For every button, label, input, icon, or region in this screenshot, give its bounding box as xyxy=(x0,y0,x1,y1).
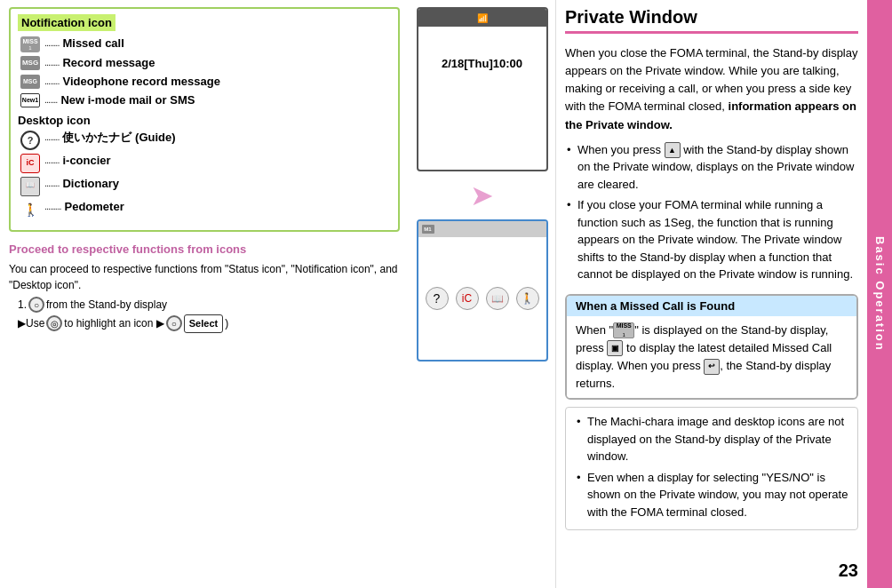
middle-panel: 📶 2/18[Thu]10:00 ➤ M1 ? iC 📖 🚶 xyxy=(409,0,555,588)
dictionary-icon-small: 📖 xyxy=(486,287,509,310)
step-2: ▶Use ◎ to highlight an icon ▶ ○ Select ) xyxy=(18,314,400,333)
press-icon-2: ▣ xyxy=(607,340,623,356)
phone-screen-private: M1 ? iC 📖 🚶 xyxy=(417,219,548,362)
step1-text: from the Stand-by display xyxy=(46,297,167,313)
note-bullet-1: The Machi-chara image and desktop icons … xyxy=(575,413,848,465)
press-icon-1: ▲ xyxy=(665,142,681,158)
nav-icon: ◎ xyxy=(46,315,62,331)
phone-screen-body: 2/18[Thu]10:00 xyxy=(418,27,546,170)
notification-box: Notification icon MISS 1 ........ Missed… xyxy=(9,7,400,232)
iconcier-icon: iC xyxy=(18,154,43,173)
missed-call-body: When "MISS1" is displayed on the Stand-b… xyxy=(567,316,856,399)
right-wrapper: Private Window When you close the FOMA t… xyxy=(555,0,892,588)
videophone-icon: MSG xyxy=(18,75,43,89)
notification-label-1: Missed call xyxy=(62,36,123,52)
list-item: 🚶 ......... Pedometer xyxy=(18,200,391,219)
record-message-icon: MSG xyxy=(18,56,43,70)
desktop-heading: Desktop icon xyxy=(18,114,391,127)
standby-button-icon: ○ xyxy=(28,297,44,313)
proceed-section: Proceed to respective functions from ico… xyxy=(9,241,400,333)
page-number: 23 xyxy=(565,560,858,581)
iconcier-icon-small: iC xyxy=(456,287,479,310)
desktop-icon-list: ? ........ 使いかたナビ (Guide) iC ........ i-… xyxy=(18,131,391,219)
phone-screen-status-bar: 📶 xyxy=(418,9,546,27)
pedometer-icon-small: 🚶 xyxy=(516,287,539,310)
desktop-label-2: i-concier xyxy=(62,154,110,169)
left-panel: Notification icon MISS 1 ........ Missed… xyxy=(0,0,409,588)
desktop-label-1: 使いかたナビ (Guide) xyxy=(62,131,175,146)
missed-call-icon: MISS 1 xyxy=(18,36,43,52)
proceed-steps: 1. ○ from the Stand-by display ▶Use ◎ to… xyxy=(9,297,400,333)
phone-screen-private-status: M1 xyxy=(418,221,546,237)
notification-label-4: New i-mode mail or SMS xyxy=(60,93,195,108)
list-item: MISS 1 ........ Missed call xyxy=(18,36,391,52)
list-item: New1 ....... New i-mode mail or SMS xyxy=(18,93,391,108)
notification-icon-list: MISS 1 ........ Missed call MSG ........… xyxy=(18,36,391,108)
step-1: 1. ○ from the Stand-by display xyxy=(18,297,400,313)
list-item: MSG ........ Videophone record message xyxy=(18,75,391,90)
notification-heading: Notification icon xyxy=(18,14,115,31)
select-button[interactable]: Select xyxy=(184,314,223,333)
bullet-2: If you close your FOMA terminal while ru… xyxy=(565,196,858,283)
proceed-text: You can proceed to respective functions … xyxy=(9,261,400,293)
missed-badge-icon: MISS1 xyxy=(613,322,634,338)
intro-text: When you close the FOMA terminal, the St… xyxy=(565,44,858,134)
list-item: iC ........ i-concier xyxy=(18,154,391,173)
step2-close-paren: ) xyxy=(225,315,228,331)
missed-call-heading: When a Missed Call is Found xyxy=(567,296,856,316)
page-title: Private Window xyxy=(565,7,858,34)
guide-icon: ? xyxy=(18,131,43,150)
pedometer-icon: 🚶 xyxy=(18,200,43,219)
step2-middle: to highlight an icon ▶ xyxy=(64,315,163,331)
press-icon-3: ↩ xyxy=(704,359,720,375)
note-bullet-2: Even when a display for selecting "YES/N… xyxy=(575,469,848,521)
notification-label-2: Record message xyxy=(62,56,155,71)
use-label: ▶Use xyxy=(18,315,44,331)
sidebar-label: Basic Operation xyxy=(873,236,887,352)
pink-sidebar: Basic Operation xyxy=(867,0,892,588)
step-number: 1. xyxy=(18,297,27,313)
dictionary-icon: 📖 xyxy=(18,177,43,196)
phone-screen-top: 📶 2/18[Thu]10:00 xyxy=(417,7,548,171)
guide-icon-small: ? xyxy=(426,287,449,310)
phone-private-icons: ? iC 📖 🚶 xyxy=(418,237,546,360)
right-panel: Private Window When you close the FOMA t… xyxy=(555,0,867,588)
note-bullets: The Machi-chara image and desktop icons … xyxy=(575,413,848,520)
note-box: The Machi-chara image and desktop icons … xyxy=(565,407,858,530)
phone-datetime: 2/18[Thu]10:00 xyxy=(422,57,543,70)
proceed-title: Proceed to respective functions from ico… xyxy=(9,241,400,258)
missed-call-box: When a Missed Call is Found When "MISS1"… xyxy=(565,294,858,401)
bullet-1: When you press ▲ with the Stand-by displ… xyxy=(565,141,858,194)
new-imode-icon: New1 xyxy=(18,93,43,107)
notification-label-3: Videophone record message xyxy=(62,75,220,90)
main-bullets: When you press ▲ with the Stand-by displ… xyxy=(565,141,858,287)
arrow-icon: ➤ xyxy=(470,179,494,212)
list-item: MSG ........ Record message xyxy=(18,56,391,71)
list-item: 📖 ........ Dictionary xyxy=(18,177,391,196)
select-circle-icon: ○ xyxy=(166,315,182,331)
desktop-label-3: Dictionary xyxy=(62,177,119,192)
list-item: ? ........ 使いかたナビ (Guide) xyxy=(18,131,391,150)
desktop-label-4: Pedometer xyxy=(65,200,124,215)
